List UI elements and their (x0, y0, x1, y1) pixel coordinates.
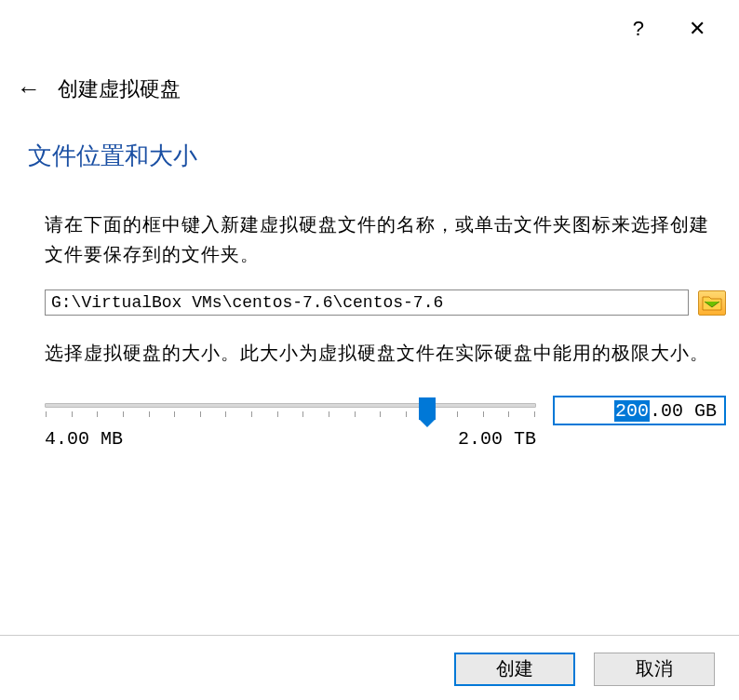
size-input[interactable]: 200.00 GB (553, 396, 726, 425)
section-heading: 文件位置和大小 (28, 140, 726, 172)
size-slider[interactable] (45, 403, 536, 408)
file-path-input[interactable] (45, 289, 689, 316)
browse-folder-button[interactable] (698, 290, 726, 316)
size-description: 选择虚拟硬盘的大小。此大小为虚拟硬盘文件在实际硬盘中能用的极限大小。 (45, 338, 726, 368)
slider-max-label: 2.00 TB (458, 428, 536, 450)
slider-thumb[interactable] (419, 397, 436, 420)
window-title: 创建虚拟硬盘 (58, 75, 181, 103)
folder-icon (702, 294, 722, 311)
size-value-selected: 200 (614, 400, 650, 422)
cancel-button[interactable]: 取消 (594, 653, 715, 686)
slider-ticks (45, 411, 536, 417)
back-arrow-icon[interactable]: ← (17, 74, 41, 103)
slider-min-label: 4.00 MB (45, 428, 123, 450)
size-value-suffix: .00 GB (650, 400, 717, 422)
help-icon[interactable]: ? (633, 17, 644, 41)
path-description: 请在下面的框中键入新建虚拟硬盘文件的名称，或单击文件夹图标来选择创建文件要保存到… (45, 209, 726, 269)
create-button[interactable]: 创建 (454, 653, 575, 686)
close-icon[interactable]: ✕ (689, 17, 705, 41)
